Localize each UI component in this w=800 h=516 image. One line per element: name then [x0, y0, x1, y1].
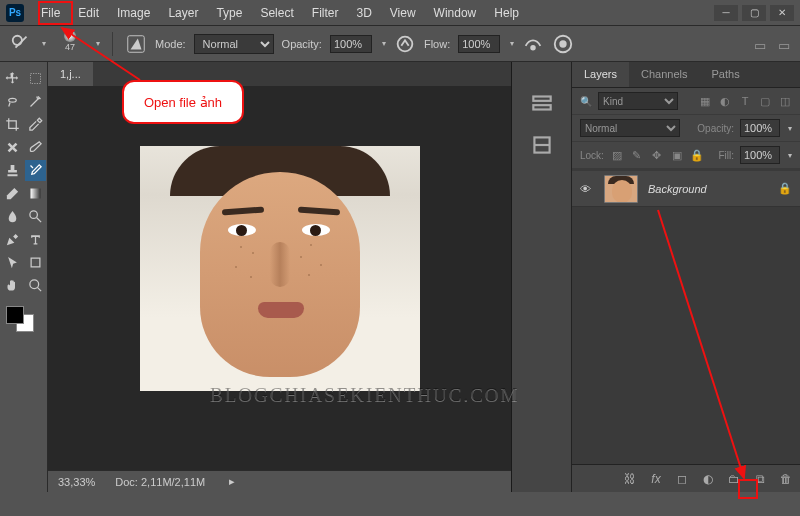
collapsed-panel-icon[interactable]: [529, 134, 555, 156]
menu-view[interactable]: View: [381, 2, 425, 24]
zoom-tool[interactable]: [25, 275, 46, 296]
color-swatches[interactable]: [2, 306, 46, 336]
chevron-down-icon[interactable]: ▾: [510, 39, 514, 48]
filter-shape-icon[interactable]: ▢: [758, 95, 772, 108]
menu-edit[interactable]: Edit: [69, 2, 108, 24]
menu-select[interactable]: Select: [251, 2, 302, 24]
lock-icon: 🔒: [778, 182, 792, 195]
pressure-size-icon[interactable]: [552, 33, 574, 55]
search-icon: 🔍: [580, 96, 592, 107]
filter-type-icon[interactable]: T: [738, 95, 752, 108]
brush-tool[interactable]: [25, 137, 46, 158]
pressure-opacity-icon[interactable]: [394, 33, 416, 55]
panel-group-icon[interactable]: ▭: [754, 38, 766, 53]
zoom-level[interactable]: 33,33%: [58, 476, 95, 488]
layer-thumbnail[interactable]: [604, 175, 638, 203]
flow-input[interactable]: [458, 35, 500, 53]
lock-label: Lock:: [580, 150, 604, 161]
lock-artboard-icon[interactable]: ▣: [670, 149, 684, 162]
doc-info: Doc: 2,11M/2,11M: [115, 476, 205, 488]
layer-fx-icon[interactable]: fx: [648, 471, 664, 487]
layer-mask-icon[interactable]: ◻: [674, 471, 690, 487]
blur-tool[interactable]: [2, 206, 23, 227]
flow-label: Flow:: [424, 38, 450, 50]
menu-filter[interactable]: Filter: [303, 2, 348, 24]
airbrush-icon[interactable]: [522, 33, 544, 55]
fill-label: Fill:: [718, 150, 734, 161]
layer-filter-select[interactable]: Kind: [598, 92, 678, 110]
menu-window[interactable]: Window: [425, 2, 486, 24]
spot-heal-tool[interactable]: [2, 137, 23, 158]
annotation-highlight-file: [38, 1, 73, 25]
visibility-eye-icon[interactable]: 👁: [580, 183, 594, 195]
brush-panel-icon[interactable]: [125, 33, 147, 55]
layer-opacity-input[interactable]: [740, 119, 780, 137]
eyedropper-tool[interactable]: [25, 114, 46, 135]
path-select-tool[interactable]: [2, 252, 23, 273]
tool-preset-icon[interactable]: [10, 33, 32, 55]
filter-adjust-icon[interactable]: ◐: [718, 95, 732, 108]
svg-rect-11: [31, 258, 40, 267]
panel-group-icon[interactable]: ▭: [778, 38, 790, 53]
menu-type[interactable]: Type: [207, 2, 251, 24]
foreground-color-swatch[interactable]: [6, 306, 24, 324]
eraser-tool[interactable]: [2, 183, 23, 204]
chevron-down-icon[interactable]: ▾: [96, 39, 100, 48]
layer-name-label[interactable]: Background: [648, 183, 707, 195]
history-brush-tool[interactable]: [25, 160, 46, 181]
lock-all-icon[interactable]: 🔒: [690, 149, 704, 162]
filter-smart-icon[interactable]: ◫: [778, 95, 792, 108]
svg-rect-14: [533, 105, 550, 109]
tab-layers[interactable]: Layers: [572, 62, 629, 87]
blend-mode-select[interactable]: Normal: [194, 34, 274, 54]
type-tool[interactable]: [25, 229, 46, 250]
crop-tool[interactable]: [2, 114, 23, 135]
gradient-tool[interactable]: [25, 183, 46, 204]
svg-point-10: [30, 211, 38, 219]
shape-tool[interactable]: [25, 252, 46, 273]
move-tool[interactable]: [2, 68, 23, 89]
lock-pixels-icon[interactable]: ✎: [630, 149, 644, 162]
canvas-area[interactable]: [48, 86, 511, 470]
svg-point-3: [531, 45, 535, 49]
link-layers-icon[interactable]: ⛓: [622, 471, 638, 487]
tab-channels[interactable]: Channels: [629, 62, 699, 87]
magic-wand-tool[interactable]: [25, 91, 46, 112]
filter-pixel-icon[interactable]: ▦: [698, 95, 712, 108]
marquee-tool[interactable]: [25, 68, 46, 89]
menu-layer[interactable]: Layer: [159, 2, 207, 24]
adjustment-layer-icon[interactable]: ◐: [700, 471, 716, 487]
svg-point-5: [560, 41, 566, 47]
document-tab[interactable]: 1,j...: [48, 62, 93, 86]
tab-paths[interactable]: Paths: [700, 62, 752, 87]
chevron-down-icon[interactable]: ▾: [42, 39, 46, 48]
window-maximize-button[interactable]: ▢: [742, 5, 766, 21]
image-canvas: [140, 146, 420, 391]
opacity-label: Opacity:: [282, 38, 322, 50]
stamp-tool[interactable]: [2, 160, 23, 181]
app-logo: Ps: [6, 4, 24, 22]
delete-layer-icon[interactable]: 🗑: [778, 471, 794, 487]
svg-rect-13: [533, 97, 550, 101]
mode-label: Mode:: [155, 38, 186, 50]
lock-transparency-icon[interactable]: ▨: [610, 149, 624, 162]
lasso-tool[interactable]: [2, 91, 23, 112]
svg-rect-6: [31, 74, 41, 84]
opacity-input[interactable]: [330, 35, 372, 53]
dodge-tool[interactable]: [25, 206, 46, 227]
chevron-down-icon[interactable]: ▾: [382, 39, 386, 48]
brush-preview[interactable]: 47: [54, 30, 86, 58]
fill-input[interactable]: [740, 146, 780, 164]
chevron-right-icon[interactable]: ▸: [229, 475, 235, 488]
window-minimize-button[interactable]: ─: [714, 5, 738, 21]
lock-position-icon[interactable]: ✥: [650, 149, 664, 162]
collapsed-panel-icon[interactable]: [529, 92, 555, 114]
menu-image[interactable]: Image: [108, 2, 159, 24]
hand-tool[interactable]: [2, 275, 23, 296]
pen-tool[interactable]: [2, 229, 23, 250]
layer-row-background[interactable]: 👁 Background 🔒: [572, 171, 800, 207]
menu-3d[interactable]: 3D: [347, 2, 380, 24]
layer-blend-select[interactable]: Normal: [580, 119, 680, 137]
window-close-button[interactable]: ✕: [770, 5, 794, 21]
menu-help[interactable]: Help: [485, 2, 528, 24]
